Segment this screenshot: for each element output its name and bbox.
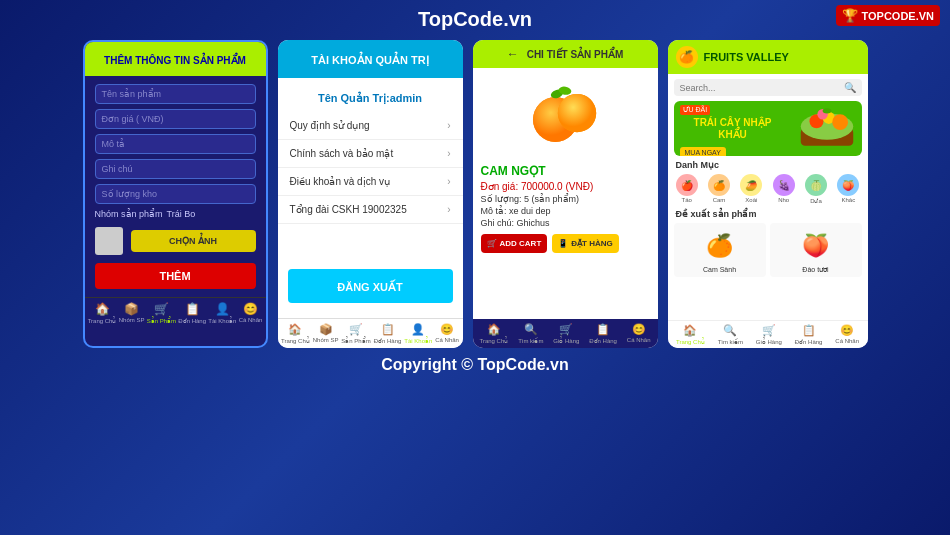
logo-badge: 🏆 TOPCODE.VN (836, 5, 940, 26)
price-value: 700000.0 (VNĐ) (521, 181, 593, 192)
menu-item-rules[interactable]: Quy định sử dụng › (278, 112, 463, 140)
s2-orders-icon: 📋 (381, 323, 395, 336)
nav-profile[interactable]: 😊 Cá Nhân (239, 302, 263, 324)
category-item-dua[interactable]: 🍈 Dưa (801, 174, 831, 204)
s2-home-label: Trang Chủ (281, 337, 310, 344)
nav-groups[interactable]: 📦 Nhóm SP (119, 302, 145, 324)
screen3-bottom-nav: 🏠 Trang Chủ 🔍 Tìm kiếm 🛒 Giỏ Hàng 📋 Đơn … (473, 319, 658, 348)
product-note: Ghi chú: Ghichus (481, 218, 650, 228)
screen3-title: CHI TIẾT SẢN PHẨM (527, 49, 624, 60)
s4-nav-profile[interactable]: 😊 Cá Nhân (835, 324, 859, 345)
banner-text: TRÁI CÂY NHẬP KHẨU (680, 117, 786, 141)
product-name-field[interactable]: Tên sản phẩm (95, 84, 256, 104)
suggest-card-2[interactable]: 🍑 Đào tươi (770, 223, 862, 277)
s2-nav-home[interactable]: 🏠 Trang Chủ (281, 323, 310, 344)
note-value: Ghichus (517, 218, 550, 228)
menu-item-support[interactable]: Tổng đài CSKH 19002325 › (278, 196, 463, 224)
back-arrow[interactable]: ← (507, 47, 519, 61)
s3-home-icon: 🏠 (487, 323, 501, 336)
category-item-cam[interactable]: 🍊 Cam (704, 174, 734, 204)
s2-nav-groups[interactable]: 📦 Nhóm SP (313, 323, 339, 344)
page-footer: Copyright © TopCode.vn (0, 356, 950, 374)
promo-banner: ƯU ĐÃI TRÁI CÂY NHẬP KHẨU MUA NGAY (674, 101, 862, 156)
quantity-field[interactable]: Số lượng kho (95, 184, 256, 204)
note-field[interactable]: Ghi chú (95, 159, 256, 179)
s4-home-label: Trang Chủ (676, 338, 705, 345)
s2-groups-label: Nhóm SP (313, 337, 339, 343)
category-item-khac[interactable]: 🍑 Khác (833, 174, 863, 204)
menu-item-policy[interactable]: Chính sách và bảo mật › (278, 140, 463, 168)
products-icon: 🛒 (154, 302, 169, 316)
s2-products-icon: 🛒 (349, 323, 363, 336)
s2-orders-label: Đơn Hàng (374, 337, 402, 344)
arrow-support: › (447, 204, 450, 215)
account-icon: 👤 (215, 302, 230, 316)
add-cart-button[interactable]: 🛒 ADD CART (481, 234, 548, 253)
s2-nav-account[interactable]: 👤 Tài Khoản (404, 323, 432, 344)
screen4-bottom-nav: 🏠 Trang Chủ 🔍 Tìm kiếm 🛒 Giỏ Hàng 📋 Đơn … (668, 320, 868, 348)
qty-value: 5 (524, 194, 529, 204)
s2-nav-profile[interactable]: 😊 Cá Nhân (435, 323, 459, 344)
nav-home[interactable]: 🏠 Trang Chủ (88, 302, 117, 324)
s2-nav-products[interactable]: 🛒 Sản Phẩm (341, 323, 370, 344)
s3-nav-home[interactable]: 🏠 Trang Chủ (479, 323, 508, 344)
image-placeholder (95, 227, 123, 255)
nav-account[interactable]: 👤 Tài Khoản (208, 302, 236, 324)
qty-unit: (sản phẩm) (532, 194, 580, 204)
product-qty: Số lượng: 5 (sản phẩm) (481, 194, 650, 204)
nhom-sp-label: Nhóm sản phẩm (95, 209, 163, 219)
s3-nav-search[interactable]: 🔍 Tìm kiếm (518, 323, 543, 344)
price-label: Đơn giá: (481, 181, 521, 192)
s4-orders-label: Đơn Hàng (795, 338, 823, 345)
category-item-xoai[interactable]: 🥭 Xoài (736, 174, 766, 204)
nav-products[interactable]: 🛒 Sản Phẩm (147, 302, 176, 324)
s4-cart-label: Giỏ Hàng (756, 338, 782, 345)
s4-search-icon: 🔍 (723, 324, 737, 337)
s4-nav-search[interactable]: 🔍 Tìm kiếm (718, 324, 743, 345)
s3-nav-profile[interactable]: 😊 Cá Nhân (627, 323, 651, 344)
site-title: TopCode.vn (418, 8, 532, 31)
s4-nav-orders[interactable]: 📋 Đơn Hàng (795, 324, 823, 345)
category-label-tao: Táo (681, 197, 691, 203)
s2-account-icon: 👤 (411, 323, 425, 336)
add-product-button[interactable]: THÊM (95, 263, 256, 289)
choose-image-button[interactable]: CHỌN ẢNH (131, 230, 256, 252)
s3-nav-cart[interactable]: 🛒 Giỏ Hàng (553, 323, 579, 344)
screen-add-product: THÊM THÔNG TIN SẢN PHẨM Tên sản phẩm Đơn… (83, 40, 268, 348)
s2-account-label: Tài Khoản (404, 337, 432, 344)
arrow-terms: › (447, 176, 450, 187)
menu-policy-text: Chính sách và bảo mật (290, 148, 394, 159)
desc-label: Mô tả: (481, 206, 510, 216)
s3-nav-orders[interactable]: 📋 Đơn Hàng (589, 323, 617, 344)
category-label-khac: Khác (841, 197, 855, 203)
fruits-logo: 🍊 (676, 46, 698, 68)
banner-buy-button[interactable]: MUA NGAY (680, 147, 726, 156)
menu-item-terms[interactable]: Điều khoản và dịch vụ › (278, 168, 463, 196)
logout-button[interactable]: ĐĂNG XUẤT (288, 269, 453, 303)
page-header: TopCode.vn 🏆 TOPCODE.VN (0, 0, 950, 35)
category-icon-tao: 🍎 (676, 174, 698, 196)
search-bar[interactable]: 🔍 (674, 79, 862, 96)
category-label-nho: Nho (778, 197, 789, 203)
s2-nav-orders[interactable]: 📋 Đơn Hàng (374, 323, 402, 344)
category-item-nho[interactable]: 🍇 Nho (769, 174, 799, 204)
order-button[interactable]: 📱 ĐẶT HÀNG (552, 234, 618, 253)
cart-icon: 🛒 (487, 239, 497, 248)
s3-cart-label: Giỏ Hàng (553, 337, 579, 344)
search-input[interactable] (680, 83, 844, 93)
s4-nav-cart[interactable]: 🛒 Giỏ Hàng (756, 324, 782, 345)
category-item-tao[interactable]: 🍎 Táo (672, 174, 702, 204)
nav-orders-label: Đơn Hàng (178, 317, 206, 324)
category-grid: 🍎 Táo 🍊 Cam 🥭 Xoài 🍇 Nho 🍈 Dưa 🍑 Khá (668, 172, 868, 206)
s4-nav-home[interactable]: 🏠 Trang Chủ (676, 324, 705, 345)
nav-orders[interactable]: 📋 Đơn Hàng (178, 302, 206, 324)
svg-point-12 (822, 109, 831, 114)
order-icon: 📱 (558, 239, 568, 248)
price-field[interactable]: Đơn giá ( VNĐ) (95, 109, 256, 129)
product-info: CAM NGỌT Đơn giá: 700000.0 (VNĐ) Số lượn… (473, 158, 658, 319)
nav-home-label: Trang Chủ (88, 317, 117, 324)
category-icon-cam: 🍊 (708, 174, 730, 196)
suggest-card-1[interactable]: 🍊 Cam Sành (674, 223, 766, 277)
description-field[interactable]: Mô tả (95, 134, 256, 154)
home-icon: 🏠 (95, 302, 110, 316)
